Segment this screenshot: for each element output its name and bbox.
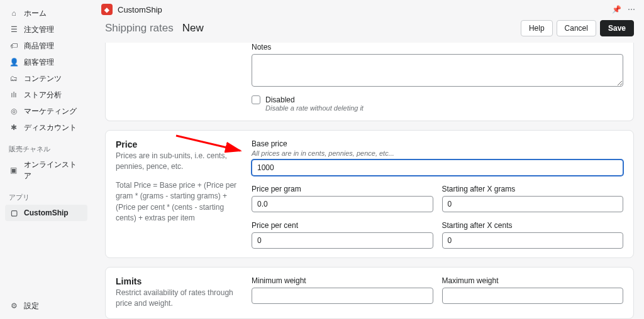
price-per-gram-field: Price per gram (252, 185, 433, 212)
price-desc: Prices are in sub-units, i.e. cents, pen… (116, 151, 242, 173)
max-weight-field: Maximum weight (442, 276, 624, 304)
nav-label: 設定 (24, 300, 39, 311)
price-formula: Total Price = Base price + (Price per gr… (116, 180, 242, 224)
app-icon: ▢ (9, 208, 19, 218)
limits-card: Limits Restrict availability of rates th… (105, 267, 634, 319)
starting-grams-field: Starting after X grams (442, 185, 624, 212)
base-price-label: Base price (252, 139, 623, 148)
nav-label: コンテンツ (24, 73, 62, 84)
nav-analytics[interactable]: ılıストア分析 (5, 87, 87, 103)
analytics-icon: ılı (9, 90, 19, 100)
base-price-sub: All prices are in in cents, pennies, pen… (252, 149, 623, 157)
limits-desc: Restrict availability of rates through p… (116, 288, 242, 310)
nav-content[interactable]: 🗂コンテンツ (5, 70, 87, 87)
limits-heading: Limits (116, 276, 242, 286)
base-price-field: Base price All prices are in in cents, p… (252, 139, 623, 176)
nav-label: ディスカウント (24, 122, 77, 133)
starting-cents-input[interactable] (442, 232, 624, 249)
starting-grams-input[interactable] (442, 196, 624, 212)
cancel-button[interactable]: Cancel (557, 20, 596, 36)
save-button[interactable]: Save (600, 20, 634, 36)
help-button[interactable]: Help (521, 20, 553, 36)
orders-icon: ☰ (9, 24, 19, 35)
pin-icon[interactable]: 📌 (611, 5, 621, 14)
disabled-checkbox[interactable] (252, 95, 260, 104)
page-title: Shipping rates (105, 22, 174, 35)
max-weight-label: Maximum weight (442, 276, 624, 285)
starting-cents-label: Starting after X cents (442, 221, 624, 230)
app-logo-icon: ◆ (101, 4, 113, 15)
app-bar: ◆ CustomShip 📌 ⋯ (91, 0, 644, 18)
marketing-icon: ◎ (9, 106, 19, 116)
nav-marketing[interactable]: ◎マーケティング (5, 103, 87, 119)
nav-online-store[interactable]: ▣オンラインストア (5, 156, 87, 184)
disabled-label: Disabled (265, 95, 295, 104)
starting-cents-field: Starting after X cents (442, 221, 624, 249)
nav-label: ホーム (24, 8, 47, 19)
nav-orders[interactable]: ☰注文管理 (5, 21, 87, 38)
content-scroll[interactable]: Notes Disabled Disable a rate without de… (91, 43, 644, 319)
notes-input[interactable] (252, 54, 623, 87)
notes-field: Notes (252, 43, 623, 87)
page-header: Shipping rates New Help Cancel Save (91, 18, 644, 43)
nav-footer: ⚙設定 (5, 298, 87, 314)
min-weight-field: Minimum weight (252, 276, 433, 304)
price-per-cent-input[interactable] (252, 232, 433, 249)
nav-products[interactable]: 🏷商品管理 (5, 38, 87, 54)
price-per-cent-field: Price per cent (252, 221, 433, 249)
nav-discounts[interactable]: ✱ディスカウント (5, 119, 87, 136)
products-icon: 🏷 (9, 41, 19, 51)
nav-apps: ▢CustomShip (5, 205, 87, 221)
max-weight-input[interactable] (442, 288, 624, 304)
nav-settings[interactable]: ⚙設定 (5, 298, 87, 314)
price-heading: Price (116, 139, 242, 149)
more-icon[interactable]: ⋯ (626, 5, 636, 14)
nav-customers[interactable]: 👤顧客管理 (5, 54, 87, 70)
notes-label: Notes (252, 43, 623, 51)
min-weight-label: Minimum weight (252, 276, 433, 285)
disabled-group: Disabled Disable a rate without deleting… (252, 95, 623, 112)
store-icon: ▣ (9, 165, 19, 175)
nav-label: ストア分析 (24, 89, 62, 100)
app-title: CustomShip (118, 5, 162, 14)
content-icon: 🗂 (9, 73, 19, 84)
nav-main: ⌂ホーム ☰注文管理 🏷商品管理 👤顧客管理 🗂コンテンツ ılıストア分析 ◎… (5, 5, 87, 136)
discounts-icon: ✱ (9, 122, 19, 132)
nav-channels: ▣オンラインストア (5, 156, 87, 184)
customers-icon: 👤 (9, 57, 19, 67)
nav-label: オンラインストア (24, 159, 84, 181)
main: ◆ CustomShip 📌 ⋯ Shipping rates New Help… (91, 0, 644, 319)
section-apps-label: アプリ (9, 193, 84, 202)
min-weight-input[interactable] (252, 288, 433, 304)
nav-label: CustomShip (24, 207, 69, 219)
base-price-input[interactable] (252, 160, 623, 176)
page-status: New (182, 22, 204, 35)
disabled-desc: Disable a rate without deleting it (265, 104, 623, 112)
price-per-gram-input[interactable] (252, 196, 433, 212)
price-card: Price Prices are in sub-units, i.e. cent… (105, 130, 634, 258)
nav-home[interactable]: ⌂ホーム (5, 5, 87, 21)
header-actions: Help Cancel Save (521, 20, 634, 36)
nav-label: 顧客管理 (24, 57, 54, 68)
gear-icon: ⚙ (9, 301, 19, 311)
notes-card: Notes Disabled Disable a rate without de… (105, 43, 634, 121)
nav-label: 商品管理 (24, 40, 54, 51)
home-icon: ⌂ (9, 8, 19, 18)
price-per-gram-label: Price per gram (252, 185, 433, 193)
nav-label: マーケティング (24, 105, 77, 117)
starting-grams-label: Starting after X grams (442, 185, 624, 193)
nav-customship[interactable]: ▢CustomShip (5, 205, 87, 221)
nav-label: 注文管理 (24, 24, 54, 35)
sidebar: ⌂ホーム ☰注文管理 🏷商品管理 👤顧客管理 🗂コンテンツ ılıストア分析 ◎… (0, 0, 91, 319)
section-channels-label: 販売チャネル (9, 144, 84, 154)
price-per-cent-label: Price per cent (252, 221, 433, 230)
